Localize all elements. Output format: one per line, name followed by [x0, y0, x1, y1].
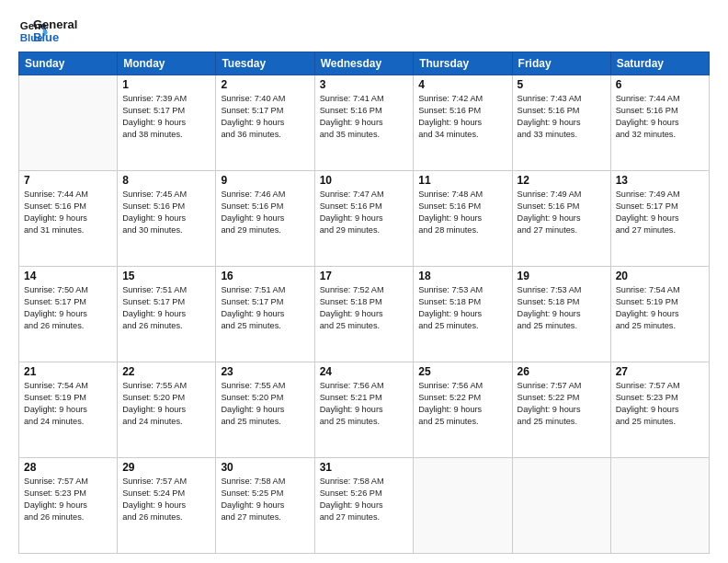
day-number: 1 [122, 78, 210, 91]
day-number: 4 [418, 78, 506, 91]
calendar-cell: 4Sunrise: 7:42 AM Sunset: 5:16 PM Daylig… [414, 75, 512, 171]
week-row-4: 21Sunrise: 7:54 AM Sunset: 5:19 PM Dayli… [19, 362, 710, 458]
day-info: Sunrise: 7:43 AM Sunset: 5:16 PM Dayligh… [518, 93, 606, 141]
day-info: Sunrise: 7:55 AM Sunset: 5:20 PM Dayligh… [122, 380, 210, 428]
calendar-cell: 17Sunrise: 7:52 AM Sunset: 5:18 PM Dayli… [314, 267, 414, 362]
weekday-header-row: SundayMondayTuesdayWednesdayThursdayFrid… [19, 52, 710, 75]
calendar-cell: 13Sunrise: 7:49 AM Sunset: 5:17 PM Dayli… [610, 171, 709, 267]
day-number: 31 [320, 461, 409, 474]
day-info: Sunrise: 7:49 AM Sunset: 5:17 PM Dayligh… [616, 189, 704, 236]
weekday-header-monday: Monday [118, 52, 216, 75]
day-number: 13 [616, 174, 704, 187]
day-number: 8 [122, 174, 210, 187]
day-info: Sunrise: 7:57 AM Sunset: 5:23 PM Dayligh… [616, 380, 704, 428]
day-number: 3 [320, 78, 409, 91]
calendar-cell: 23Sunrise: 7:55 AM Sunset: 5:20 PM Dayli… [216, 362, 314, 458]
calendar-cell [610, 458, 709, 554]
day-info: Sunrise: 7:57 AM Sunset: 5:23 PM Dayligh… [24, 476, 112, 523]
calendar-cell [414, 458, 512, 554]
calendar-cell: 1Sunrise: 7:39 AM Sunset: 5:17 PM Daylig… [118, 75, 216, 171]
day-number: 30 [221, 461, 309, 474]
day-info: Sunrise: 7:45 AM Sunset: 5:16 PM Dayligh… [122, 189, 210, 236]
day-number: 20 [616, 270, 704, 282]
day-number: 7 [24, 174, 112, 187]
day-number: 6 [616, 78, 704, 91]
day-number: 24 [320, 365, 409, 378]
weekday-header-wednesday: Wednesday [314, 52, 414, 75]
day-number: 26 [518, 365, 606, 378]
logo-blue: Blue [33, 31, 77, 44]
day-info: Sunrise: 7:56 AM Sunset: 5:22 PM Dayligh… [418, 380, 506, 428]
day-info: Sunrise: 7:54 AM Sunset: 5:19 PM Dayligh… [24, 380, 112, 428]
weekday-header-thursday: Thursday [414, 52, 512, 75]
day-number: 22 [122, 365, 210, 378]
day-info: Sunrise: 7:53 AM Sunset: 5:18 PM Dayligh… [518, 284, 606, 332]
day-info: Sunrise: 7:50 AM Sunset: 5:17 PM Dayligh… [24, 284, 112, 332]
day-info: Sunrise: 7:48 AM Sunset: 5:16 PM Dayligh… [418, 189, 506, 236]
calendar-cell: 26Sunrise: 7:57 AM Sunset: 5:22 PM Dayli… [512, 362, 610, 458]
calendar-cell [19, 75, 118, 171]
weekday-header-saturday: Saturday [610, 52, 709, 75]
calendar-cell: 11Sunrise: 7:48 AM Sunset: 5:16 PM Dayli… [414, 171, 512, 267]
day-info: Sunrise: 7:54 AM Sunset: 5:19 PM Dayligh… [616, 284, 704, 332]
calendar-cell: 5Sunrise: 7:43 AM Sunset: 5:16 PM Daylig… [512, 75, 610, 171]
calendar-cell: 3Sunrise: 7:41 AM Sunset: 5:16 PM Daylig… [314, 75, 414, 171]
calendar-cell: 19Sunrise: 7:53 AM Sunset: 5:18 PM Dayli… [512, 267, 610, 362]
day-info: Sunrise: 7:57 AM Sunset: 5:22 PM Dayligh… [518, 380, 606, 428]
calendar-cell: 29Sunrise: 7:57 AM Sunset: 5:24 PM Dayli… [118, 458, 216, 554]
day-number: 27 [616, 365, 704, 378]
week-row-1: 1Sunrise: 7:39 AM Sunset: 5:17 PM Daylig… [19, 75, 710, 171]
day-number: 10 [320, 174, 409, 187]
calendar-cell: 22Sunrise: 7:55 AM Sunset: 5:20 PM Dayli… [118, 362, 216, 458]
day-number: 19 [518, 270, 606, 282]
calendar-cell: 12Sunrise: 7:49 AM Sunset: 5:16 PM Dayli… [512, 171, 610, 267]
calendar-cell: 25Sunrise: 7:56 AM Sunset: 5:22 PM Dayli… [414, 362, 512, 458]
calendar-cell: 24Sunrise: 7:56 AM Sunset: 5:21 PM Dayli… [314, 362, 414, 458]
day-number: 12 [518, 174, 606, 187]
day-number: 18 [418, 270, 506, 282]
weekday-header-sunday: Sunday [19, 52, 118, 75]
week-row-3: 14Sunrise: 7:50 AM Sunset: 5:17 PM Dayli… [19, 267, 710, 362]
day-info: Sunrise: 7:57 AM Sunset: 5:24 PM Dayligh… [122, 476, 210, 523]
calendar-cell: 16Sunrise: 7:51 AM Sunset: 5:17 PM Dayli… [216, 267, 314, 362]
calendar-cell: 14Sunrise: 7:50 AM Sunset: 5:17 PM Dayli… [19, 267, 118, 362]
calendar-cell: 31Sunrise: 7:58 AM Sunset: 5:26 PM Dayli… [314, 458, 414, 554]
week-row-2: 7Sunrise: 7:44 AM Sunset: 5:16 PM Daylig… [19, 171, 710, 267]
day-info: Sunrise: 7:53 AM Sunset: 5:18 PM Dayligh… [418, 284, 506, 332]
day-info: Sunrise: 7:42 AM Sunset: 5:16 PM Dayligh… [418, 93, 506, 141]
header: General Blue General Blue [18, 17, 710, 46]
calendar-cell: 30Sunrise: 7:58 AM Sunset: 5:25 PM Dayli… [216, 458, 314, 554]
day-number: 14 [24, 270, 112, 282]
day-info: Sunrise: 7:52 AM Sunset: 5:18 PM Dayligh… [320, 284, 409, 332]
calendar-cell: 6Sunrise: 7:44 AM Sunset: 5:16 PM Daylig… [610, 75, 709, 171]
calendar-cell: 8Sunrise: 7:45 AM Sunset: 5:16 PM Daylig… [118, 171, 216, 267]
weekday-header-tuesday: Tuesday [216, 52, 314, 75]
day-number: 16 [221, 270, 309, 282]
calendar-table: SundayMondayTuesdayWednesdayThursdayFrid… [18, 52, 710, 554]
calendar-cell: 27Sunrise: 7:57 AM Sunset: 5:23 PM Dayli… [610, 362, 709, 458]
day-info: Sunrise: 7:41 AM Sunset: 5:16 PM Dayligh… [320, 93, 409, 141]
calendar-cell: 21Sunrise: 7:54 AM Sunset: 5:19 PM Dayli… [19, 362, 118, 458]
day-info: Sunrise: 7:44 AM Sunset: 5:16 PM Dayligh… [616, 93, 704, 141]
day-number: 5 [518, 78, 606, 91]
calendar-cell: 2Sunrise: 7:40 AM Sunset: 5:17 PM Daylig… [216, 75, 314, 171]
logo: General Blue General Blue [18, 17, 77, 46]
day-number: 17 [320, 270, 409, 282]
day-info: Sunrise: 7:55 AM Sunset: 5:20 PM Dayligh… [221, 380, 309, 428]
day-info: Sunrise: 7:58 AM Sunset: 5:26 PM Dayligh… [320, 476, 409, 523]
day-info: Sunrise: 7:44 AM Sunset: 5:16 PM Dayligh… [24, 189, 112, 236]
week-row-5: 28Sunrise: 7:57 AM Sunset: 5:23 PM Dayli… [19, 458, 710, 554]
day-number: 29 [122, 461, 210, 474]
day-number: 15 [122, 270, 210, 282]
calendar-page: General Blue General Blue SundayMondayTu… [0, 0, 728, 563]
calendar-cell [512, 458, 610, 554]
day-info: Sunrise: 7:39 AM Sunset: 5:17 PM Dayligh… [122, 93, 210, 141]
day-number: 11 [418, 174, 506, 187]
day-number: 23 [221, 365, 309, 378]
logo-general: General [33, 18, 77, 31]
calendar-cell: 20Sunrise: 7:54 AM Sunset: 5:19 PM Dayli… [610, 267, 709, 362]
day-info: Sunrise: 7:40 AM Sunset: 5:17 PM Dayligh… [221, 93, 309, 141]
day-info: Sunrise: 7:46 AM Sunset: 5:16 PM Dayligh… [221, 189, 309, 236]
day-number: 21 [24, 365, 112, 378]
calendar-cell: 9Sunrise: 7:46 AM Sunset: 5:16 PM Daylig… [216, 171, 314, 267]
